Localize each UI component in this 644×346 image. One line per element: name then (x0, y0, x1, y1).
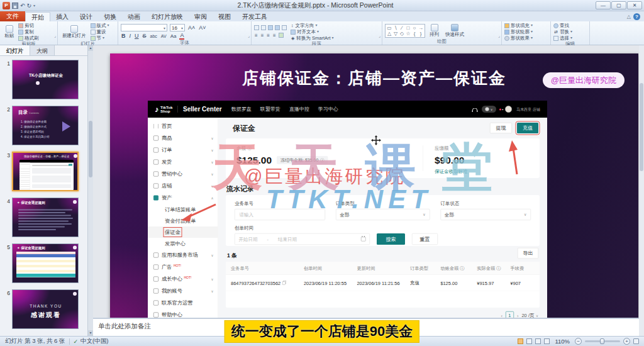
strikethrough-button[interactable]: S (142, 33, 147, 39)
nav-live-console[interactable]: 直播中控 (289, 106, 309, 113)
paragraph-dialog-launcher[interactable]: ⌟ (379, 33, 380, 38)
change-case-icon[interactable]: Aa (170, 33, 177, 39)
line-spacing-icon[interactable] (282, 25, 287, 30)
sidebar-item-contact-ops[interactable]: 联系官方运营 (148, 297, 218, 309)
select-button[interactable]: 选择▾ (553, 35, 587, 41)
numbering-icon[interactable] (261, 25, 266, 30)
slide-sorter-view-icon[interactable] (526, 338, 532, 344)
slide-thumbnail-5[interactable]: ✦ 保证金退还规则 (12, 243, 79, 283)
smartart-button[interactable]: ◈转换为 SmartArt▾ (291, 35, 334, 41)
sidebar-item-orders[interactable]: 订单∨ (148, 144, 218, 156)
shape-arrow-icon[interactable]: → (418, 25, 424, 31)
copy-icon[interactable] (282, 282, 286, 285)
spellcheck-icon[interactable]: ✓ (74, 338, 79, 345)
format-painter-button[interactable]: 格式刷 (18, 35, 39, 41)
font-name-select[interactable]: ▾ (121, 24, 167, 31)
tab-view[interactable]: 视图 (213, 12, 236, 21)
sidebar-item-shipping[interactable]: 发货∨ (148, 156, 218, 168)
shape-effects-button[interactable]: 形状效果▾ (504, 35, 548, 41)
nav-affiliate[interactable]: 联盟带货 (260, 106, 280, 113)
sidebar-item-store[interactable]: 店铺∨ (148, 180, 218, 192)
shape-rect-icon[interactable]: ▭ (386, 25, 392, 31)
italic-button[interactable]: I (129, 33, 132, 39)
shape-down-triangle-icon[interactable]: ▽ (392, 31, 399, 36)
paste-button[interactable]: 粘贴 (3, 25, 16, 38)
shape-brace-r-icon[interactable]: } (418, 31, 424, 36)
font-dialog-launcher[interactable]: ⌟ (248, 33, 250, 38)
font-size-select[interactable]: 16▾ (170, 24, 185, 31)
shape-circle-icon[interactable]: ○ (411, 25, 418, 31)
chat-pill[interactable]: ∨ (482, 106, 496, 113)
date-range-picker[interactable]: 开始日期 - 结束日期 (235, 233, 370, 245)
search-button[interactable]: 搜索 (377, 233, 405, 245)
shape-star-icon[interactable]: ☆ (405, 31, 411, 36)
cut-button[interactable]: 剪切 (18, 23, 39, 28)
powerpoint-app-icon[interactable]: P (3, 2, 10, 9)
tab-developer[interactable]: 开发工具 (236, 12, 273, 21)
zoom-level[interactable]: 110% (555, 338, 570, 345)
align-right-icon[interactable]: ≡ (266, 33, 270, 38)
decrease-indent-icon[interactable] (268, 25, 273, 30)
nav-data-compass[interactable]: 数据罗盘 (231, 106, 252, 113)
slideshow-view-icon[interactable] (544, 338, 550, 344)
clipboard-dialog-launcher[interactable]: ⌟ (54, 33, 56, 38)
tab-design[interactable]: 设计 (74, 12, 98, 21)
shape-brace-l-icon[interactable]: { (411, 31, 418, 36)
align-left-icon[interactable]: ≡ (254, 33, 258, 38)
sidebar-item-assets[interactable]: 资产∧ (148, 192, 218, 204)
submenu-invoice-center[interactable]: 发票中心 (148, 238, 218, 249)
quick-styles-button[interactable]: 快速样式 (443, 24, 466, 37)
underline-button[interactable]: U (134, 33, 140, 39)
justify-icon[interactable]: ≡ (272, 33, 277, 38)
minimize-button[interactable]: — (596, 1, 611, 9)
maximize-button[interactable]: ▢ (611, 1, 626, 9)
sidebar-item-ads[interactable]: 广告HOT! (148, 261, 218, 273)
table-row[interactable]: 8647937264732703562 2023/06/19 11:20:55 … (226, 275, 540, 291)
shrink-font-icon[interactable]: A˅ (198, 25, 206, 31)
tab-transitions[interactable]: 切换 (98, 12, 122, 21)
sidebar-item-home[interactable]: 首页 (148, 120, 218, 132)
submenu-settlement-bill[interactable]: 订单结算账单 (148, 204, 218, 215)
withdraw-button[interactable]: 提现 (490, 123, 512, 133)
shape-square-icon[interactable]: □ (405, 25, 411, 31)
char-spacing-icon[interactable]: AV (160, 34, 167, 38)
shop-avatar[interactable] (505, 106, 512, 113)
export-button[interactable]: 导出 (518, 248, 538, 259)
undo-icon[interactable]: ↶ (20, 2, 25, 9)
find-button[interactable]: 查找 (553, 23, 587, 28)
thumbnail-scrollbar[interactable]: ▴ ▾ (88, 45, 93, 336)
shape-fill-button[interactable]: 形状填充▾ (504, 23, 548, 28)
reading-view-icon[interactable] (535, 338, 541, 344)
tab-review[interactable]: 审阅 (189, 12, 213, 21)
save-icon[interactable] (12, 3, 18, 9)
slide-thumbnail-6[interactable]: THANK YOU 感谢观看 (12, 289, 79, 329)
help-icon[interactable]: ? (633, 13, 640, 20)
normal-view-icon[interactable] (518, 338, 523, 344)
sidebar-item-app-market[interactable]: 应用和服务市场∨ (148, 249, 218, 261)
nav-learning-center[interactable]: 学习中心 (318, 106, 338, 113)
language-label[interactable]: 中文(中国) (80, 337, 108, 345)
redo-icon[interactable]: ↻ (27, 2, 32, 9)
shape-line-icon[interactable]: ∖ (392, 25, 399, 31)
shapes-gallery[interactable]: ▭ ∖ ∕ □ ○ → △ ▽ ◇ ☆ { } (385, 24, 425, 38)
arrange-button[interactable]: 排列 (428, 24, 441, 37)
tab-home[interactable]: 开始 (25, 12, 50, 21)
close-button[interactable]: ✕ (627, 1, 642, 9)
align-text-button[interactable]: 对齐文本▾ (291, 29, 334, 35)
new-slide-button[interactable]: 新建幻灯片 (60, 25, 88, 38)
bullets-icon[interactable] (254, 25, 259, 30)
tab-insert[interactable]: 插入 (50, 12, 74, 21)
slide-thumbnail-1[interactable]: TK小店缴纳保证金 (12, 60, 79, 99)
align-center-icon[interactable]: ≡ (260, 33, 265, 38)
bold-button[interactable]: B (121, 33, 126, 39)
sidebar-item-products[interactable]: 商品∨ (148, 132, 218, 144)
tab-animations[interactable]: 动画 (122, 12, 146, 21)
columns-icon[interactable] (279, 33, 284, 38)
text-direction-button[interactable]: ↕文字方向▾ (291, 23, 334, 28)
replace-button[interactable]: ⇄替换▾ (553, 29, 587, 35)
tab-slides-panel[interactable]: 幻灯片 (0, 45, 30, 55)
increase-indent-icon[interactable] (275, 25, 280, 30)
shape-triangle-icon[interactable]: △ (386, 31, 392, 36)
font-color-icon[interactable]: A (179, 32, 184, 40)
headset-icon[interactable] (472, 108, 477, 111)
